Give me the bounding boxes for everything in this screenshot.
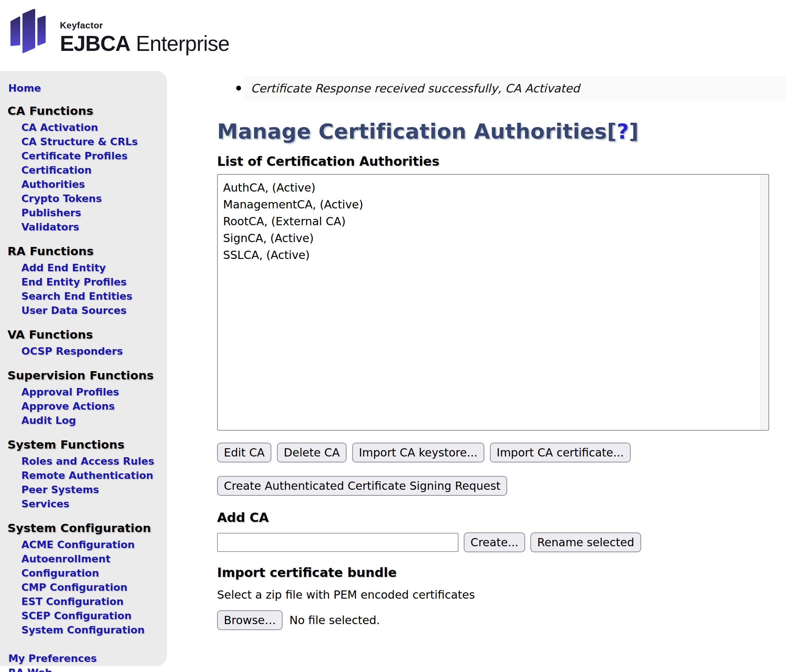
sidebar-item-home[interactable]: Home bbox=[8, 82, 41, 94]
browse-button[interactable]: Browse… bbox=[217, 610, 283, 630]
main-content: Certificate Response received successful… bbox=[167, 71, 786, 672]
import-ca-keystore-button[interactable]: Import CA keystore... bbox=[352, 443, 484, 462]
ca-action-buttons: Edit CA Delete CA Import CA keystore... … bbox=[217, 443, 769, 462]
sidebar-item-system-configuration[interactable]: System Configuration bbox=[21, 623, 156, 637]
sidebar-item-ca-structure-crls[interactable]: CA Structure & CRLs bbox=[21, 135, 156, 149]
help-question-icon: ? bbox=[617, 119, 629, 143]
sidebar-item-peer-systems[interactable]: Peer Systems bbox=[21, 483, 156, 497]
sidebar-item-certificate-profiles[interactable]: Certificate Profiles bbox=[21, 149, 156, 163]
sidebar-section-title: CA Functions bbox=[8, 104, 167, 118]
sidebar-item-user-data-sources[interactable]: User Data Sources bbox=[21, 303, 156, 318]
sidebar-item-services[interactable]: Services bbox=[21, 497, 156, 511]
status-message-row: Certificate Response received successful… bbox=[167, 76, 786, 100]
sidebar: Home CA Functions CA Activation CA Struc… bbox=[0, 71, 167, 666]
no-file-selected-label: No file selected. bbox=[289, 614, 380, 627]
sidebar-item-end-entity-profiles[interactable]: End Entity Profiles bbox=[21, 275, 156, 289]
sidebar-item-crypto-tokens[interactable]: Crypto Tokens bbox=[21, 192, 156, 206]
help-bracket-close: ] bbox=[629, 119, 638, 143]
sidebar-item-validators[interactable]: Validators bbox=[21, 220, 156, 234]
sidebar-section-supervision-functions: Supervision Functions Approval Profiles … bbox=[0, 369, 167, 428]
sidebar-item-acme-configuration[interactable]: ACME Configuration bbox=[21, 538, 156, 552]
sidebar-item-certification-authorities[interactable]: Certification Authorities bbox=[21, 163, 156, 192]
sidebar-item-scep-configuration[interactable]: SCEP Configuration bbox=[21, 609, 156, 623]
rename-selected-button[interactable]: Rename selected bbox=[530, 532, 641, 552]
list-heading: List of Certification Authorities bbox=[217, 154, 769, 169]
bullet-icon bbox=[236, 86, 241, 91]
sidebar-footer-links: My Preferences RA Web Public Web Documen… bbox=[0, 652, 167, 672]
csr-button-row: Create Authenticated Certificate Signing… bbox=[217, 476, 769, 496]
help-link[interactable]: [?] bbox=[607, 119, 639, 143]
sidebar-item-remote-authentication[interactable]: Remote Authentication bbox=[21, 468, 156, 483]
sidebar-item-ocsp-responders[interactable]: OCSP Responders bbox=[21, 344, 156, 358]
sidebar-section-ra-functions: RA Functions Add End Entity End Entity P… bbox=[0, 244, 167, 318]
sidebar-item-autoenrollment-configuration[interactable]: Autoenrollment Configuration bbox=[21, 552, 156, 580]
sidebar-section-title: RA Functions bbox=[8, 244, 167, 258]
ca-list-item-rootca[interactable]: RootCA, (External CA) bbox=[223, 213, 755, 230]
sidebar-item-publishers[interactable]: Publishers bbox=[21, 206, 156, 220]
sidebar-item-cmp-configuration[interactable]: CMP Configuration bbox=[21, 580, 156, 595]
import-bundle-heading: Import certificate bundle bbox=[217, 565, 769, 580]
page-title: Manage Certification Authorities[?] bbox=[217, 119, 769, 143]
sidebar-item-my-preferences[interactable]: My Preferences bbox=[8, 652, 158, 666]
sidebar-item-search-end-entities[interactable]: Search End Entities bbox=[21, 289, 156, 303]
ca-list-item-managementca[interactable]: ManagementCA, (Active) bbox=[223, 196, 755, 213]
ca-list-item-signca[interactable]: SignCA, (Active) bbox=[223, 230, 755, 247]
page-title-text: Manage Certification Authorities bbox=[217, 119, 607, 143]
keyfactor-logo-icon bbox=[11, 9, 46, 53]
sidebar-item-add-end-entity[interactable]: Add End Entity bbox=[21, 261, 156, 275]
logo-product: EJBCA bbox=[60, 31, 130, 55]
listbox-scrollbar[interactable] bbox=[760, 175, 768, 430]
status-message: Certificate Response received successful… bbox=[245, 76, 786, 100]
delete-ca-button[interactable]: Delete CA bbox=[277, 443, 347, 462]
sidebar-section-title: System Functions bbox=[8, 438, 167, 451]
add-ca-row: Create... Rename selected bbox=[217, 532, 769, 552]
logo-text: Keyfactor EJBCA Enterprise bbox=[60, 9, 230, 56]
keyfactor-ejbca-logo[interactable]: Keyfactor EJBCA Enterprise bbox=[11, 9, 230, 56]
sidebar-section-ca-functions: CA Functions CA Activation CA Structure … bbox=[0, 104, 167, 234]
logo-brand: Keyfactor bbox=[60, 20, 230, 31]
sidebar-section-va-functions: VA Functions OCSP Responders bbox=[0, 328, 167, 358]
import-ca-certificate-button[interactable]: Import CA certificate... bbox=[490, 443, 631, 462]
logo-edition: Enterprise bbox=[130, 31, 230, 55]
file-picker-row: Browse… No file selected. bbox=[217, 610, 769, 630]
add-ca-name-input[interactable] bbox=[217, 533, 459, 552]
sidebar-item-ra-web[interactable]: RA Web bbox=[8, 666, 158, 672]
sidebar-item-approve-actions[interactable]: Approve Actions bbox=[21, 399, 156, 413]
sidebar-item-approval-profiles[interactable]: Approval Profiles bbox=[21, 385, 156, 399]
ca-listbox[interactable]: AuthCA, (Active) ManagementCA, (Active) … bbox=[217, 174, 769, 431]
ca-list-item-sslca[interactable]: SSLCA, (Active) bbox=[223, 247, 755, 264]
add-ca-heading: Add CA bbox=[217, 510, 769, 525]
app-header: Keyfactor EJBCA Enterprise bbox=[0, 0, 786, 71]
sidebar-section-title: VA Functions bbox=[8, 328, 167, 341]
edit-ca-button[interactable]: Edit CA bbox=[217, 443, 271, 462]
logo-product-line: EJBCA Enterprise bbox=[60, 31, 230, 56]
sidebar-item-audit-log[interactable]: Audit Log bbox=[21, 413, 156, 428]
ca-list-item-authca[interactable]: AuthCA, (Active) bbox=[223, 179, 755, 196]
help-bracket-open: [ bbox=[607, 119, 617, 143]
import-bundle-description: Select a zip file with PEM encoded certi… bbox=[217, 588, 769, 601]
sidebar-item-roles-access-rules[interactable]: Roles and Access Rules bbox=[21, 454, 156, 468]
sidebar-section-title: Supervision Functions bbox=[8, 369, 167, 382]
create-ca-button[interactable]: Create... bbox=[464, 532, 525, 552]
create-authenticated-csr-button[interactable]: Create Authenticated Certificate Signing… bbox=[217, 476, 507, 496]
sidebar-section-system-configuration: System Configuration ACME Configuration … bbox=[0, 521, 167, 637]
sidebar-section-title: System Configuration bbox=[8, 521, 167, 535]
sidebar-item-est-configuration[interactable]: EST Configuration bbox=[21, 595, 156, 609]
sidebar-section-system-functions: System Functions Roles and Access Rules … bbox=[0, 438, 167, 511]
sidebar-item-ca-activation[interactable]: CA Activation bbox=[21, 121, 156, 135]
